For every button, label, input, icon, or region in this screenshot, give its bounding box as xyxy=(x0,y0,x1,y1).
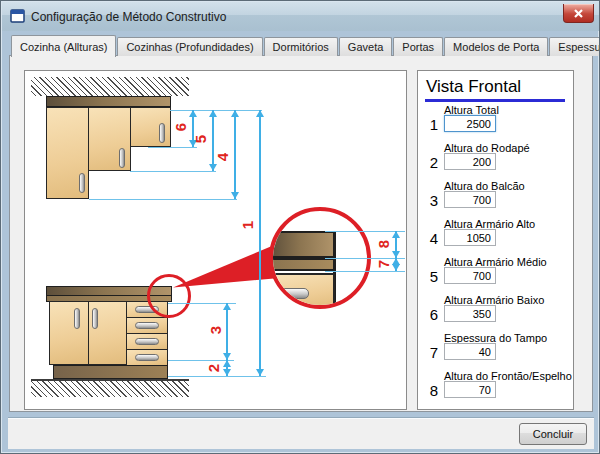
field-number: 1 xyxy=(422,116,438,133)
detail-countertop xyxy=(269,258,336,271)
dimension-line-1 xyxy=(259,110,261,376)
extension-line xyxy=(89,199,237,200)
drawer-handle xyxy=(135,354,159,361)
cabinet-handle xyxy=(159,123,165,143)
tab-dormitorios[interactable]: Dormitórios xyxy=(264,37,338,56)
tab-espessuras[interactable]: Espessuras xyxy=(549,37,600,56)
dimension-label-4: 4 xyxy=(215,149,231,165)
ceiling-hatch xyxy=(31,77,189,96)
dimension-line-2 xyxy=(226,360,228,376)
close-button[interactable] xyxy=(563,4,594,23)
drawer-handle xyxy=(135,338,159,345)
extension-line xyxy=(325,271,405,272)
field-number: 3 xyxy=(422,192,438,209)
plinth xyxy=(53,365,168,379)
upper-cabinet-top-band xyxy=(46,96,171,107)
title-bar: Configuração de Método Construtivo xyxy=(2,2,600,31)
dimension-line-7 xyxy=(395,258,397,271)
drawer-handle xyxy=(135,322,159,329)
tab-cozinhas-profundidades[interactable]: Cozinhas (Profundidades) xyxy=(117,37,262,56)
altura-frontao-espelho-input[interactable] xyxy=(444,381,496,398)
field-number: 7 xyxy=(422,344,438,361)
detail-splashback xyxy=(269,231,336,258)
dimension-label-3: 3 xyxy=(208,322,224,338)
floor-hatch xyxy=(31,379,189,397)
tab-portas[interactable]: Portas xyxy=(393,37,443,56)
altura-armario-medio-input[interactable] xyxy=(444,267,496,284)
diagram-panel: 6 5 4 1 xyxy=(24,70,407,410)
dimension-label-1: 1 xyxy=(240,217,256,233)
dimension-line-5 xyxy=(212,110,214,171)
tab-modelos-de-porta[interactable]: Modelos de Porta xyxy=(444,37,548,56)
extension-line xyxy=(130,171,216,172)
altura-armario-baixo-input[interactable] xyxy=(444,305,496,322)
detail-drawer-handle xyxy=(276,288,309,299)
espessura-tampo-input[interactable] xyxy=(444,343,496,360)
panel-heading: Vista Frontal xyxy=(426,77,521,97)
tab-gaveta[interactable]: Gaveta xyxy=(339,37,392,56)
dimension-label-8: 8 xyxy=(376,236,392,252)
altura-rodape-input[interactable] xyxy=(444,153,496,170)
cabinet-handle xyxy=(79,173,85,193)
field-number: 5 xyxy=(422,268,438,285)
close-icon xyxy=(574,9,583,18)
dimension-line-3 xyxy=(226,303,228,360)
heading-underline xyxy=(425,99,565,102)
dimension-label-5: 5 xyxy=(193,131,209,147)
magnifier-source-circle xyxy=(147,274,191,318)
field-number: 4 xyxy=(422,230,438,247)
extension-line xyxy=(168,376,266,377)
field-number: 8 xyxy=(422,382,438,399)
tab-cozinha-alturas[interactable]: Cozinha (Allturas) xyxy=(11,35,116,57)
window-title: Configuração de Método Construtivo xyxy=(31,10,226,24)
altura-total-input[interactable] xyxy=(444,115,496,132)
base-cabinet-door xyxy=(49,301,89,365)
door-handle xyxy=(92,308,98,329)
dimension-label-6: 6 xyxy=(173,119,189,135)
concluir-button[interactable]: Concluir xyxy=(519,423,587,445)
dimension-line-4 xyxy=(234,110,236,199)
window-form-icon xyxy=(10,9,25,23)
vista-frontal-panel: Vista Frontal Altura Total 1 Altura do R… xyxy=(417,70,574,410)
dialog-window: Configuração de Método Construtivo Cozin… xyxy=(0,0,600,454)
tab-page: 6 5 4 1 xyxy=(9,55,593,412)
tab-strip: Cozinha (Allturas) Cozinhas (Profundidad… xyxy=(11,34,600,56)
extension-line xyxy=(148,147,197,148)
altura-armario-alto-input[interactable] xyxy=(444,229,496,246)
dimension-line-8 xyxy=(395,231,397,258)
cabinet-handle xyxy=(119,148,125,168)
dimension-label-7: 7 xyxy=(376,256,392,272)
field-number: 6 xyxy=(422,306,438,323)
door-handle xyxy=(74,308,80,329)
altura-balcao-input[interactable] xyxy=(444,191,496,208)
footer-bar: Concluir xyxy=(8,418,594,449)
field-number: 2 xyxy=(422,154,438,171)
dimension-label-2: 2 xyxy=(206,360,222,376)
